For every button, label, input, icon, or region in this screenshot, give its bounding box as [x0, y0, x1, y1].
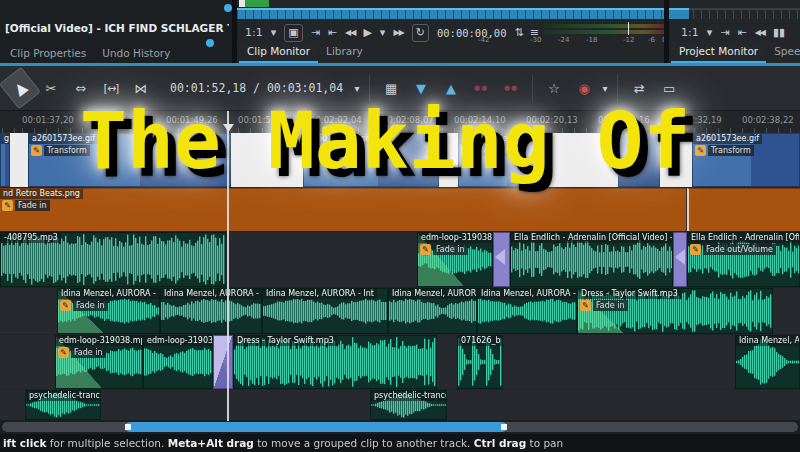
- clip-name: nd Retro Beats.png: [0, 189, 83, 199]
- clip-name: edm-loop-319038: [144, 336, 213, 346]
- effect-badge: ✎Fade in: [60, 300, 108, 311]
- monitor-zoom-level[interactable]: 1:1: [245, 25, 263, 41]
- meter-peak-line: [628, 22, 629, 35]
- clip[interactable]: edm-loop-319038: [143, 335, 213, 389]
- pencil-icon: ✎: [695, 145, 706, 156]
- clip-name: psychedelic-trance-: [371, 391, 447, 401]
- meter-tick: -18: [586, 36, 597, 44]
- effect-badge-label: Fade out/Volume: [703, 244, 776, 255]
- forward-icon[interactable]: ▶▶: [393, 25, 403, 41]
- track-video-2: nd Retro Beats.png✎Fade in: [0, 188, 800, 231]
- tab-clip-monitor[interactable]: Clip Monitor: [239, 42, 318, 63]
- play-chevron-icon[interactable]: ▾: [380, 25, 386, 41]
- status-hint: ift click for multiple selection. Meta+A…: [3, 437, 563, 449]
- rewind-icon[interactable]: ◀◀: [755, 25, 765, 41]
- marker-in-icon[interactable]: ⇥: [311, 25, 320, 41]
- clip[interactable]: psychedelic-trance-: [370, 390, 447, 420]
- clip[interactable]: Idina Menzel, AURORA - Int: [388, 288, 477, 334]
- clip[interactable]: -408795.mp3: [0, 232, 226, 287]
- clip[interactable]: Idina Menzel, AURORA - Int✎Fade in: [57, 288, 160, 334]
- clip[interactable]: Ella Endlich - Adrenalin [Official Video…: [510, 232, 673, 287]
- clip[interactable]: Ella Endlich - Adrenalin [Officia✎Fade o…: [687, 232, 800, 287]
- transition-clip[interactable]: [493, 232, 510, 287]
- pencil-icon: ✎: [60, 300, 71, 311]
- keyframe-dot-icon: [224, 4, 232, 12]
- transition-clip[interactable]: [673, 232, 687, 287]
- razor-tool-button[interactable]: ✂: [38, 73, 64, 103]
- project-monitor-seekbar[interactable]: [669, 8, 800, 19]
- pencil-icon: ✎: [580, 300, 591, 311]
- clip[interactable]: Dress - Taylor Swift.mp3✎Fade in: [577, 288, 773, 334]
- clip-name: edm-loop-319038.mp3: [56, 336, 143, 346]
- clip[interactable]: 071626_b: [457, 335, 503, 389]
- left-panel-tabs: Clip PropertiesUndo History: [2, 44, 178, 63]
- tab-library[interactable]: Library: [318, 42, 371, 63]
- tab-project-monitor[interactable]: Project Monitor: [671, 42, 766, 63]
- zone-frame-icon[interactable]: ▣: [284, 24, 302, 42]
- clip-name: Dress - Taylor Swift.mp3: [234, 336, 337, 346]
- clip[interactable]: gif: [0, 133, 10, 187]
- clip[interactable]: edm-loop-319038.mp3✎Fade in: [55, 335, 143, 389]
- track-audio-4: psychedelic-trance-psychedelic-trance-: [0, 390, 800, 420]
- clip-name: edm-loop-319038.: [418, 233, 493, 243]
- audio-level-meter: -42-30-24-18-12-60: [478, 22, 664, 46]
- rewind-icon[interactable]: ◀◀: [345, 25, 355, 41]
- top-docks: [Official Video] - ICH FIND SCHLAGER TOL…: [0, 0, 800, 63]
- play-icon[interactable]: ▶: [363, 25, 371, 41]
- zoom-chevron-icon[interactable]: ▾: [707, 25, 713, 41]
- tab-undo-history[interactable]: Undo History: [94, 44, 178, 63]
- clip-name: Idina Menzel, AU: [736, 336, 800, 346]
- clip[interactable]: Idina Menzel, AURORA - Int: [262, 288, 388, 334]
- clip-monitor-seekbar[interactable]: [237, 8, 664, 19]
- pencil-icon: ✎: [420, 244, 431, 255]
- effect-badge: ✎Fade in: [580, 300, 628, 311]
- effect-badge-label: Fade in: [593, 300, 628, 311]
- clip[interactable]: Idina Menzel, AU: [735, 335, 800, 389]
- clip[interactable]: a2601573ee.gif✎Transform: [692, 133, 800, 187]
- zoom-chevron-icon[interactable]: ▾: [271, 25, 277, 41]
- tab-clip-properties[interactable]: Clip Properties: [2, 44, 94, 63]
- clip-name: Ella Endlich - Adrenalin [Official Video…: [511, 233, 673, 243]
- kdenlive-window: [Official Video] - ICH FIND SCHLAGER TOL…: [0, 0, 800, 452]
- monitor-thumbnail: [239, 0, 269, 7]
- ruler-tick-label: 00:01:37,20: [22, 115, 74, 125]
- marker-in-icon[interactable]: ⇥: [720, 25, 729, 41]
- clip-name: Idina Menzel, AURORA - Int: [478, 289, 577, 299]
- clip-name: Idina Menzel, AURORA - Int: [263, 289, 377, 299]
- tab-speech-editor[interactable]: Speech Editor: [766, 42, 800, 63]
- meter-tick: -30: [530, 36, 541, 44]
- pencil-icon: ✎: [58, 347, 69, 358]
- status-bar: ift click for multiple selection. Meta+A…: [0, 434, 800, 452]
- pause-icon[interactable]: ▮▮: [773, 25, 785, 41]
- track-audio-1: -408795.mp3edm-loop-319038.✎Fade inElla …: [0, 232, 800, 287]
- clip-monitor: 1:1 ▾▣⇥⇤◀◀▶▾▶▶↻ 00:00:00,00 ⇅≡ -42-30-24…: [237, 0, 664, 63]
- marker-out-icon[interactable]: ⇤: [328, 25, 337, 41]
- transition-clip[interactable]: [213, 335, 233, 389]
- selected-clip-title: [Official Video] - ICH FIND SCHLAGER TOL…: [5, 22, 229, 34]
- select-tool-button[interactable]: ▲: [0, 67, 41, 109]
- timeline-scrollbar-thumb[interactable]: [125, 422, 507, 432]
- clip-name: Dress - Taylor Swift.mp3: [578, 289, 681, 299]
- effect-badge: ✎Fade in: [2, 200, 50, 211]
- clip-name: psychedelic-trance-: [26, 391, 101, 401]
- pencil-icon: ✎: [31, 145, 42, 156]
- effect-badge-label: Fade in: [15, 200, 50, 211]
- clip[interactable]: psychedelic-trance-: [25, 390, 101, 420]
- monitor-zoom-level[interactable]: 1:1: [681, 25, 699, 41]
- loop-zone-icon[interactable]: ↻: [412, 24, 429, 42]
- effect-badge-label: Fade in: [73, 300, 108, 311]
- clip[interactable]: Dress - Taylor Swift.mp3: [233, 335, 437, 389]
- pencil-icon: ✎: [690, 244, 701, 255]
- clip[interactable]: Idina Menzel, AURORA - Int: [477, 288, 577, 334]
- marker-out-icon[interactable]: ⇤: [737, 25, 746, 41]
- track-audio-2: Idina Menzel, AURORA - Int✎Fade inIdina …: [0, 288, 800, 334]
- pencil-icon: ✎: [2, 200, 13, 211]
- project-monitor: 1:1 ▾⇥⇤◀◀▮▮ Project MonitorSpeech Editor: [669, 0, 800, 63]
- clip[interactable]: edm-loop-319038.✎Fade in: [417, 232, 493, 287]
- clip[interactable]: nd Retro Beats.png✎Fade in: [0, 188, 686, 231]
- clip-name: gif: [1, 134, 10, 144]
- clip[interactable]: [687, 188, 800, 231]
- clip[interactable]: Idina Menzel, AURORA - Int: [160, 288, 262, 334]
- meter-tick: -42: [478, 36, 489, 44]
- timeline-scrollbar[interactable]: [2, 422, 798, 432]
